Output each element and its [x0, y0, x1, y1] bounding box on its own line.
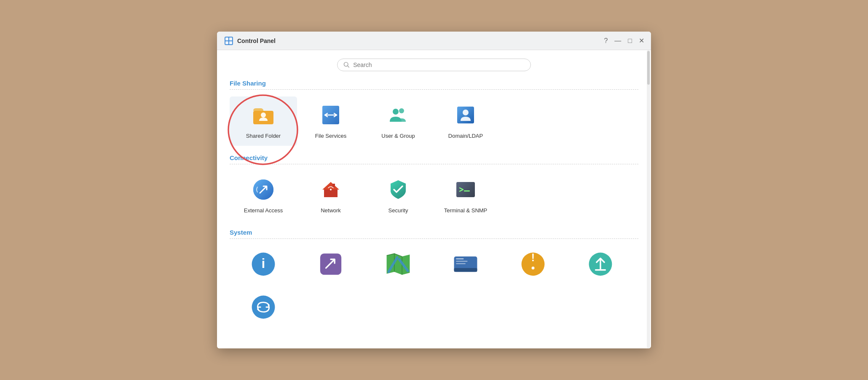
- item-network[interactable]: Network: [297, 171, 364, 220]
- minimize-button[interactable]: —: [614, 37, 621, 44]
- item-domain-ldap[interactable]: Domain/LDAP: [432, 96, 499, 146]
- svg-rect-31: [456, 258, 463, 259]
- svg-point-38: [252, 296, 275, 319]
- item-external-access[interactable]: External Access: [230, 171, 297, 220]
- security-label: Security: [388, 207, 408, 214]
- item-upload[interactable]: [567, 246, 634, 289]
- svg-rect-24: [456, 182, 475, 197]
- upload-icon: [587, 251, 614, 278]
- search-input[interactable]: [353, 62, 525, 68]
- sync-icon: [250, 294, 277, 321]
- svg-point-13: [393, 109, 399, 115]
- svg-rect-30: [454, 268, 477, 272]
- item-info[interactable]: i: [230, 246, 297, 289]
- svg-rect-4: [229, 41, 232, 44]
- redirect-icon: [317, 251, 344, 278]
- item-sync[interactable]: [230, 289, 297, 332]
- file-services-icon: [317, 102, 344, 128]
- user-group-label: User & Group: [381, 133, 415, 139]
- main-content: File Sharing: [217, 50, 651, 348]
- section-file-sharing: File Sharing: [230, 80, 638, 154]
- item-map[interactable]: [364, 246, 432, 289]
- svg-line-6: [348, 66, 349, 67]
- section-connectivity: Connectivity: [230, 154, 638, 229]
- item-redirect[interactable]: [297, 246, 364, 289]
- svg-rect-1: [225, 37, 228, 40]
- user-group-icon: [385, 102, 412, 128]
- shared-folder-label: Shared Folder: [246, 133, 281, 139]
- domain-ldap-label: Domain/LDAP: [448, 133, 483, 139]
- section-label-file-sharing: File Sharing: [230, 80, 638, 87]
- svg-rect-3: [225, 41, 228, 44]
- taskbar-icon: [452, 251, 479, 278]
- item-shared-folder[interactable]: Shared Folder: [230, 96, 297, 146]
- domain-ldap-icon: [452, 102, 479, 128]
- search-bar: [230, 59, 638, 71]
- external-access-label: External Access: [244, 207, 283, 214]
- alert-icon: !: [520, 251, 547, 278]
- svg-rect-20: [324, 190, 338, 197]
- section-label-system: System: [230, 229, 638, 236]
- map-icon: [385, 251, 412, 278]
- svg-rect-21: [332, 184, 335, 187]
- item-taskbar[interactable]: [432, 246, 499, 289]
- search-wrap[interactable]: [337, 59, 531, 71]
- svg-rect-32: [456, 261, 467, 262]
- search-icon: [343, 62, 350, 68]
- svg-point-8: [261, 112, 266, 118]
- svg-rect-33: [456, 263, 466, 264]
- item-file-services[interactable]: File Services: [297, 96, 364, 146]
- network-label: Network: [321, 207, 341, 214]
- scrollbar[interactable]: [647, 50, 650, 348]
- file-services-label: File Services: [315, 133, 346, 139]
- item-terminal-snmp[interactable]: Terminal & SNMP: [432, 171, 499, 220]
- svg-rect-2: [229, 37, 232, 40]
- item-alert[interactable]: !: [499, 246, 567, 289]
- svg-point-14: [399, 108, 404, 113]
- svg-point-17: [463, 110, 469, 115]
- maximize-button[interactable]: □: [628, 37, 632, 44]
- external-access-icon: [250, 176, 277, 203]
- terminal-snmp-label: Terminal & SNMP: [444, 207, 488, 214]
- svg-text:!: !: [531, 252, 535, 263]
- window-controls: ? — □ ✕: [604, 37, 644, 44]
- file-sharing-grid: Shared Folder: [230, 96, 638, 146]
- terminal-snmp-icon: [452, 176, 479, 203]
- section-divider-file-sharing: [230, 89, 638, 90]
- control-panel-window: Control Panel ? — □ ✕ File Sharing: [217, 32, 651, 348]
- scrollbar-thumb[interactable]: [647, 51, 650, 85]
- security-icon: [385, 176, 412, 203]
- system-grid: i: [230, 246, 638, 332]
- section-divider-connectivity: [230, 164, 638, 164]
- item-user-group[interactable]: User & Group: [364, 96, 432, 146]
- section-divider-system: [230, 238, 638, 239]
- section-system: System i: [230, 229, 638, 340]
- window-title: Control Panel: [237, 37, 276, 44]
- connectivity-grid: External Access: [230, 171, 638, 220]
- titlebar: Control Panel ? — □ ✕: [217, 32, 651, 50]
- app-icon: [224, 36, 234, 46]
- help-button[interactable]: ?: [604, 37, 608, 44]
- shared-folder-icon: [250, 102, 277, 128]
- section-label-connectivity: Connectivity: [230, 154, 638, 161]
- close-button[interactable]: ✕: [639, 37, 644, 44]
- info-icon: i: [250, 251, 277, 278]
- svg-text:i: i: [262, 256, 265, 271]
- svg-rect-25: [464, 190, 470, 192]
- svg-point-36: [532, 267, 535, 270]
- svg-point-22: [330, 189, 332, 190]
- item-security[interactable]: Security: [364, 171, 432, 220]
- network-icon: [317, 176, 344, 203]
